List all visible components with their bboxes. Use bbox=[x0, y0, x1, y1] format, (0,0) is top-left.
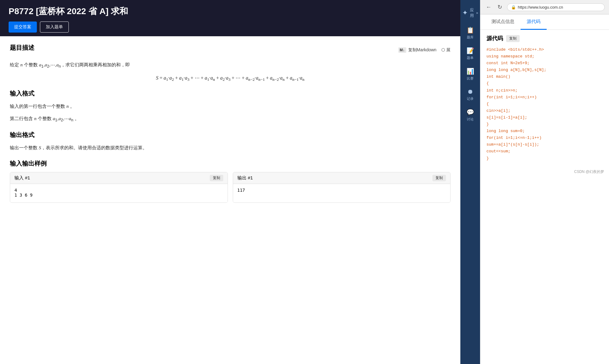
output-example-box: 输出 #1 复制 117 bbox=[233, 172, 451, 203]
description-actions: M↓ 复制Markdown ⬡ 展 bbox=[398, 47, 451, 53]
input-example-content: 4 1 3 6 9 bbox=[10, 184, 228, 202]
right-panel: ← ↻ 🔒 https://www.luogu.com.cn 测试点信息 源代码… bbox=[480, 0, 609, 364]
code-line: int main() bbox=[486, 73, 603, 80]
refresh-button[interactable]: ↻ bbox=[496, 3, 503, 11]
sidebar-item-apps[interactable]: ✦ 应用 » bbox=[460, 3, 480, 23]
input-format-title: 输入格式 bbox=[10, 89, 451, 98]
records-label: 记录 bbox=[467, 96, 474, 101]
code-line: { bbox=[486, 101, 603, 108]
browser-content: 源代码 复制 #include <bits/stdc++.h>using nam… bbox=[480, 30, 609, 364]
records-icon: ⏺ bbox=[467, 88, 473, 95]
sidebar-item-discuss[interactable]: 💬 讨论 bbox=[460, 105, 480, 125]
io-examples-title: 输入输出样例 bbox=[10, 159, 451, 168]
code-panel: 源代码 复制 #include <bits/stdc++.h>using nam… bbox=[480, 30, 609, 167]
code-line: cin>>a[i]; bbox=[486, 108, 603, 114]
luogu-icon: ✦ bbox=[462, 9, 468, 17]
url-text: https://www.luogu.com.cn bbox=[518, 5, 563, 10]
code-line: long long a[N],b[N],s[N]; bbox=[486, 67, 603, 73]
md-icon: M↓ bbox=[398, 47, 406, 53]
code-line: long long sum=0; bbox=[486, 128, 603, 135]
browser-bar: ← ↻ 🔒 https://www.luogu.com.cn bbox=[480, 0, 609, 14]
copy-code-button[interactable]: 复制 bbox=[506, 35, 520, 42]
output-format-para: 输出一个整数 S，表示所求的和。请使用合适的数据类型进行运算。 bbox=[10, 143, 451, 152]
csdn-watermark: CSDN @幻夜的梦 bbox=[480, 167, 609, 177]
copy-md-label: 复制Markdown bbox=[408, 47, 437, 53]
copy-input-button[interactable]: 复制 bbox=[210, 175, 223, 181]
add-to-list-button[interactable]: 加入题单 bbox=[40, 22, 69, 33]
discuss-label: 讨论 bbox=[467, 117, 474, 122]
lock-icon: 🔒 bbox=[511, 5, 516, 10]
description-para: 给定 n 个整数 a1,a2,⋯,an，求它们两两相乘再相加的和，即 bbox=[10, 61, 451, 70]
apps-label: 应用 bbox=[468, 7, 475, 18]
input-example-label: 输入 #1 bbox=[14, 175, 30, 181]
code-section-title: 源代码 bbox=[486, 35, 503, 42]
submit-button[interactable]: 提交答案 bbox=[9, 22, 37, 33]
output-example-content: 117 bbox=[233, 184, 451, 202]
input-example-header: 输入 #1 复制 bbox=[10, 172, 228, 184]
tab-testpoints[interactable]: 测试点信息 bbox=[485, 14, 521, 30]
sidebar-item-lists[interactable]: 📝 题单 bbox=[460, 43, 480, 64]
contest-label: 比赛 bbox=[467, 76, 474, 81]
contest-icon: 📊 bbox=[467, 68, 474, 75]
back-button[interactable]: ← bbox=[485, 3, 493, 11]
output-format-title: 输出格式 bbox=[10, 131, 451, 139]
browser-tabs: 测试点信息 源代码 bbox=[480, 14, 609, 30]
sidebar-item-problems[interactable]: 📋 题库 bbox=[460, 23, 480, 43]
description-header: 题目描述 M↓ 复制Markdown ⬡ 展 bbox=[10, 44, 451, 56]
icon-sidebar: ✦ 应用 » 📋 题库 📝 题单 📊 比赛 ⏺ 记录 💬 讨论 bbox=[460, 0, 480, 364]
code-line: } bbox=[486, 155, 603, 162]
code-line: #include <bits/stdc++.h> bbox=[486, 46, 603, 53]
code-line: using namespace std; bbox=[486, 53, 603, 60]
sidebar-item-records[interactable]: ⏺ 记录 bbox=[460, 84, 480, 105]
discuss-icon: 💬 bbox=[467, 108, 474, 116]
code-header: 源代码 复制 bbox=[486, 35, 603, 42]
code-line: for(int i=1;i<=n;i++) bbox=[486, 94, 603, 101]
expand-button[interactable]: ⬡ 展 bbox=[441, 47, 451, 53]
code-block: #include <bits/stdc++.h>using namespace … bbox=[486, 46, 603, 162]
problems-label: 题库 bbox=[467, 35, 474, 40]
formula-block: S = a1·a2 + a1·a3 + ⋯ + a1·an + a2·a3 + … bbox=[10, 75, 451, 82]
description-title: 题目描述 bbox=[10, 44, 34, 52]
code-line: const int N=2e5+9; bbox=[486, 60, 603, 67]
copy-output-button[interactable]: 复制 bbox=[432, 175, 446, 181]
lists-label: 题单 bbox=[467, 56, 474, 60]
io-examples-row: 输入 #1 复制 4 1 3 6 9 输出 #1 复制 117 bbox=[10, 172, 451, 203]
output-example-header: 输出 #1 复制 bbox=[233, 172, 451, 184]
tab-sourcecode[interactable]: 源代码 bbox=[521, 14, 547, 30]
copy-markdown-button[interactable]: M↓ 复制Markdown bbox=[398, 47, 437, 53]
content-area: 题目描述 M↓ 复制Markdown ⬡ 展 给定 n 个整数 a1,a2,⋯,… bbox=[0, 36, 460, 364]
action-buttons: 提交答案 加入题单 bbox=[9, 22, 452, 33]
code-line: int n;cin>>n; bbox=[486, 87, 603, 94]
output-example-label: 输出 #1 bbox=[237, 175, 253, 181]
code-line: cout<<sum; bbox=[486, 148, 603, 155]
code-line: s[i]=s[i-1]+a[i]; bbox=[486, 114, 603, 121]
apps-chevron-icon: » bbox=[476, 11, 478, 15]
page-title: P8772 [蓝桥杯 2022 省 A] 求和 bbox=[9, 6, 452, 17]
code-line: } bbox=[486, 121, 603, 128]
left-panel: P8772 [蓝桥杯 2022 省 A] 求和 提交答案 加入题单 题目描述 M… bbox=[0, 0, 460, 364]
sidebar-item-contest[interactable]: 📊 比赛 bbox=[460, 64, 480, 84]
input-example-box: 输入 #1 复制 4 1 3 6 9 bbox=[10, 172, 228, 203]
code-line: { bbox=[486, 80, 603, 87]
input-format-para1: 输入的第一行包含一个整数 n 。 bbox=[10, 102, 451, 111]
lists-icon: 📝 bbox=[467, 47, 474, 54]
problems-icon: 📋 bbox=[467, 26, 474, 34]
url-bar[interactable]: 🔒 https://www.luogu.com.cn bbox=[507, 3, 605, 11]
input-format-para2: 第二行包含 n 个整数 a1,a2,⋯an 。 bbox=[10, 114, 451, 124]
title-bar: P8772 [蓝桥杯 2022 省 A] 求和 提交答案 加入题单 bbox=[0, 0, 460, 36]
code-line: sum+=a[i]*(s[n]-s[i]); bbox=[486, 141, 603, 148]
code-line: for(int i=1;i<=n-1;i++) bbox=[486, 135, 603, 141]
